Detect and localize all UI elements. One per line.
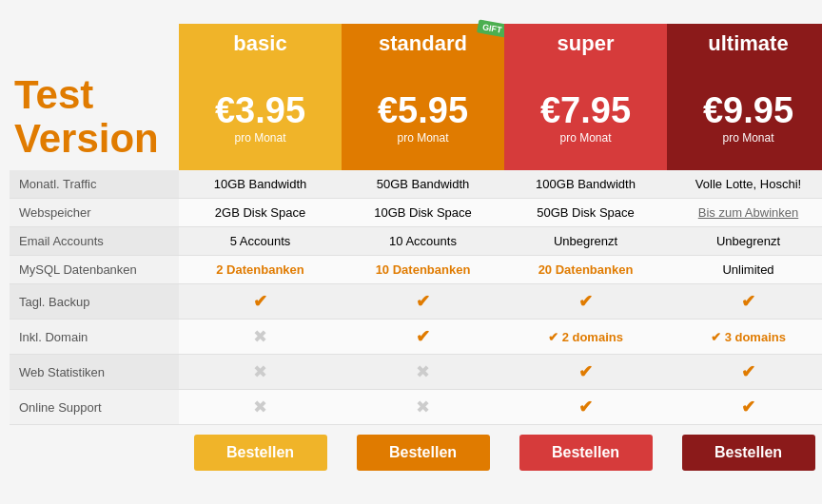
- price-period-super: pro Monat: [504, 131, 667, 145]
- feature-value-7-3: ✔: [667, 390, 822, 425]
- check-icon: ✔: [578, 397, 593, 417]
- check-icon: ✔: [741, 397, 755, 417]
- feature-value-5-0: ✖: [179, 320, 342, 355]
- price-period-basic: pro Monat: [179, 131, 342, 145]
- price-period-standard: pro Monat: [342, 131, 504, 145]
- feature-value-2-1: 10 Accounts: [342, 227, 504, 256]
- check-icon: ✔: [741, 362, 755, 381]
- plan-header-standard: standard GIFT: [342, 24, 504, 64]
- feature-label-7: Online Support: [10, 390, 179, 425]
- button-cell-basic: Bestellen: [179, 425, 342, 481]
- price-period-ultimate: pro Monat: [667, 131, 822, 145]
- button-cell-standard: Bestellen: [342, 425, 504, 481]
- feature-label-6: Web Statistiken: [10, 355, 179, 390]
- check-icon: ✔: [578, 292, 593, 311]
- check-text: ✔ 2 domains: [548, 330, 623, 344]
- feature-value-6-0: ✖: [179, 355, 342, 390]
- highlight-text: 2 Datenbanken: [216, 262, 303, 277]
- feature-row-2: Email Accounts5 Accounts10 AccountsUnbeg…: [10, 227, 822, 256]
- feature-row-0: Monatl. Traffic10GB Bandwidth50GB Bandwi…: [10, 170, 822, 199]
- pricing-table: basic standard GIFT super ultimate: [10, 24, 822, 480]
- price-amount-super: €7.95: [504, 91, 667, 131]
- link-text: Bis zum Abwinken: [698, 205, 799, 220]
- feature-value-3-0: 2 Datenbanken: [179, 256, 342, 284]
- feature-label-0: Monatl. Traffic: [10, 170, 179, 199]
- feature-value-5-1: ✔: [342, 320, 504, 355]
- feature-value-7-0: ✖: [179, 390, 342, 425]
- feature-label-2: Email Accounts: [10, 227, 179, 256]
- feature-label-4: Tagl. Backup: [10, 284, 179, 320]
- price-amount-standard: €5.95: [342, 91, 504, 131]
- feature-value-1-2: 50GB Disk Space: [504, 199, 667, 227]
- feature-value-1-0: 2GB Disk Space: [179, 199, 342, 227]
- feature-value-3-2: 20 Datenbanken: [504, 256, 667, 284]
- feature-label-5: Inkl. Domain: [10, 320, 179, 355]
- feature-row-5: Inkl. Domain✖✔✔ 2 domains✔ 3 domains: [10, 320, 822, 355]
- feature-row-3: MySQL Datenbanken2 Datenbanken10 Datenba…: [10, 256, 822, 284]
- feature-value-7-1: ✖: [342, 390, 504, 425]
- x-icon: ✖: [253, 327, 267, 346]
- feature-value-0-2: 100GB Bandwidth: [504, 170, 667, 199]
- plan-name-standard: standard: [379, 31, 467, 55]
- check-icon: ✔: [416, 292, 430, 311]
- price-cell-standard: €5.95 pro Monat: [342, 64, 504, 170]
- feature-value-5-2: ✔ 2 domains: [504, 320, 667, 355]
- plan-name-ultimate: ultimate: [708, 31, 788, 55]
- feature-value-6-2: ✔: [504, 355, 667, 390]
- feature-label-1: Webspeicher: [10, 199, 179, 227]
- button-row: BestellenBestellenBestellenBestellen: [10, 425, 822, 481]
- feature-value-1-3: Bis zum Abwinken: [667, 199, 822, 227]
- price-amount-basic: €3.95: [179, 91, 342, 131]
- order-button-basic[interactable]: Bestellen: [194, 435, 327, 471]
- feature-value-2-2: Unbegrenzt: [504, 227, 667, 256]
- order-button-standard[interactable]: Bestellen: [357, 435, 490, 471]
- feature-row-7: Online Support✖✖✔✔: [10, 390, 822, 425]
- plan-name-super: super: [558, 31, 615, 55]
- feature-value-2-0: 5 Accounts: [179, 227, 342, 256]
- button-cell-ultimate: Bestellen: [667, 425, 822, 481]
- plan-name-basic: basic: [233, 31, 286, 55]
- button-cell-super: Bestellen: [504, 425, 667, 481]
- order-button-ultimate[interactable]: Bestellen: [682, 435, 815, 471]
- price-cell-ultimate: €9.95 pro Monat: [667, 64, 822, 170]
- plan-header-row: basic standard GIFT super ultimate: [10, 24, 822, 64]
- feature-value-7-2: ✔: [504, 390, 667, 425]
- pricing-wrapper: basic standard GIFT super ultimate: [0, 14, 822, 490]
- feature-value-3-1: 10 Datenbanken: [342, 256, 504, 284]
- check-icon: ✔: [253, 292, 267, 311]
- price-row: Test Version €3.95 pro Monat €5.95 pro M…: [10, 64, 822, 170]
- feature-value-4-1: ✔: [342, 284, 504, 320]
- check-text: ✔ 3 domains: [711, 330, 786, 344]
- feature-label-3: MySQL Datenbanken: [10, 256, 179, 284]
- x-icon: ✖: [253, 362, 267, 381]
- check-icon: ✔: [416, 327, 430, 346]
- plan-header-basic: basic: [179, 24, 342, 64]
- x-icon: ✖: [416, 397, 430, 417]
- check-icon: ✔: [741, 292, 755, 311]
- check-icon: ✔: [578, 362, 593, 381]
- highlight-text: 20 Datenbanken: [538, 262, 634, 277]
- feature-value-1-1: 10GB Disk Space: [342, 199, 504, 227]
- plan-header-super: super: [504, 24, 667, 64]
- highlight-text: 10 Datenbanken: [376, 262, 471, 277]
- feature-value-4-0: ✔: [179, 284, 342, 320]
- gift-badge: GIFT: [477, 19, 507, 37]
- feature-value-0-3: Volle Lotte, Hoschi!: [667, 170, 822, 199]
- order-button-super[interactable]: Bestellen: [519, 435, 653, 471]
- feature-value-4-3: ✔: [667, 284, 822, 320]
- test-version-label: Test Version: [14, 73, 174, 161]
- feature-value-2-3: Unbegrenzt: [667, 227, 822, 256]
- button-label-empty: [10, 425, 179, 481]
- feature-value-0-0: 10GB Bandwidth: [179, 170, 342, 199]
- x-icon: ✖: [416, 362, 430, 381]
- feature-row-1: Webspeicher2GB Disk Space10GB Disk Space…: [10, 199, 822, 227]
- feature-row-4: Tagl. Backup✔✔✔✔: [10, 284, 822, 320]
- feature-value-3-3: Unlimited: [667, 256, 822, 284]
- price-cell-basic: €3.95 pro Monat: [179, 64, 342, 170]
- x-icon: ✖: [253, 397, 267, 417]
- test-version-cell: Test Version: [10, 64, 179, 170]
- plan-header-ultimate: ultimate: [667, 24, 822, 64]
- feature-row-6: Web Statistiken✖✖✔✔: [10, 355, 822, 390]
- feature-value-4-2: ✔: [504, 284, 667, 320]
- feature-value-5-3: ✔ 3 domains: [667, 320, 822, 355]
